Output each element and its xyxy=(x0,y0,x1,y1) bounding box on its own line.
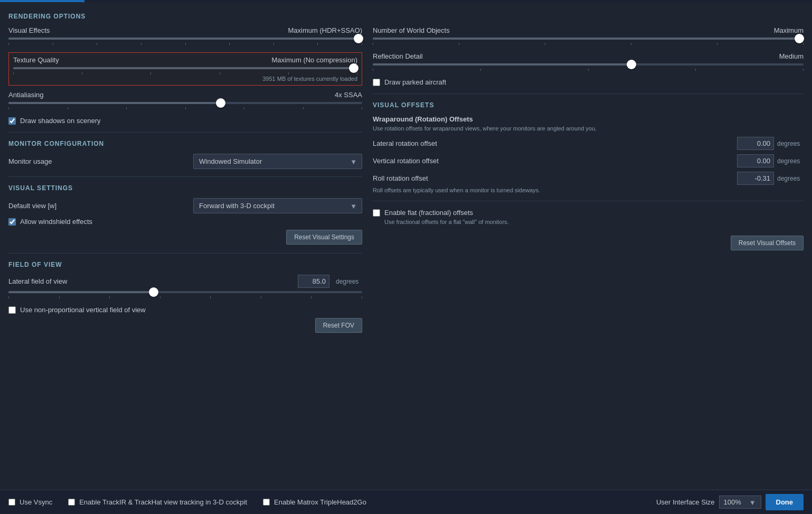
field-of-view-title: FIELD OF VIEW xyxy=(8,261,362,268)
reset-visual-settings-button[interactable]: Reset Visual Settings xyxy=(286,230,362,245)
visual-settings-section: Default view [w] Forward with 3-D cockpi… xyxy=(8,198,362,245)
world-objects-row: Number of World Objects Maximum xyxy=(373,26,804,45)
allow-windshield-label: Allow windshield effects xyxy=(20,218,92,226)
lateral-rotation-input[interactable] xyxy=(737,137,774,150)
rendering-options-title: RENDERING OPTIONS xyxy=(8,13,804,20)
lateral-fov-input[interactable] xyxy=(298,275,329,288)
draw-parked-aircraft-checkbox[interactable] xyxy=(373,79,380,86)
draw-parked-aircraft-row: Draw parked aircraft xyxy=(373,78,804,86)
flat-desc: Use fractional offsets for a flat "wall"… xyxy=(384,219,804,225)
wraparound-title: Wraparound (Rotation) Offsets xyxy=(373,115,804,123)
default-view-dropdown[interactable]: Forward with 3-D cockpit Forward with 2-… xyxy=(193,198,362,213)
lateral-fov-label: Lateral field of view xyxy=(8,277,67,285)
reset-fov-button[interactable]: Reset FOV xyxy=(315,318,362,333)
ui-size-section: User Interface Size 75% 100% 125% 150% ▼… xyxy=(656,494,804,510)
lateral-rotation-unit: degrees xyxy=(777,140,804,147)
reset-visual-offsets-button[interactable]: Reset Visual Offsets xyxy=(731,236,804,250)
antialiasing-label: Antialiasing xyxy=(8,91,44,99)
lateral-fov-unit: degrees xyxy=(336,278,362,285)
visual-effects-row: Visual Effects Maximum (HDR+SSAO) xyxy=(8,26,362,45)
visual-effects-value: Maximum (HDR+SSAO) xyxy=(288,26,363,34)
vertical-rotation-unit: degrees xyxy=(777,157,804,165)
allow-windshield-checkbox[interactable] xyxy=(8,218,16,226)
reflection-slider[interactable] xyxy=(373,63,804,66)
vertical-rotation-input[interactable] xyxy=(737,154,774,167)
roll-desc: Roll offsets are typically used when a m… xyxy=(373,187,804,193)
roll-rotation-unit: degrees xyxy=(777,175,804,182)
trackir-checkbox[interactable] xyxy=(68,499,75,506)
non-proportional-row: Use non-proportional vertical field of v… xyxy=(8,306,362,314)
texture-quality-value: Maximum (No compression) xyxy=(271,56,357,64)
vertical-rotation-row: Vertical rotation offset degrees xyxy=(373,154,804,167)
vertical-rotation-label: Vertical rotation offset xyxy=(373,157,439,165)
draw-shadows-label: Draw shadows on scenery xyxy=(20,117,100,125)
draw-shadows-checkbox[interactable] xyxy=(8,117,16,125)
wraparound-desc: Use rotation offsets for wraparound view… xyxy=(373,125,804,132)
visual-settings-title: VISUAL SETTINGS xyxy=(8,184,362,192)
right-column: Number of World Objects Maximum Reflecti… xyxy=(373,26,804,333)
monitor-usage-row: Monitor usage Windowed Simulator Full Sc… xyxy=(8,154,362,169)
texture-quality-slider[interactable] xyxy=(13,67,357,69)
roll-rotation-input[interactable] xyxy=(737,172,774,185)
texture-quality-label: Texture Quality xyxy=(13,56,59,64)
lateral-rotation-label: Lateral rotation offset xyxy=(373,139,437,147)
texture-quality-subtext: 3951 MB of textures currently loaded xyxy=(13,76,357,82)
draw-shadows-row: Draw shadows on scenery xyxy=(8,117,362,125)
lateral-rotation-row: Lateral rotation offset degrees xyxy=(373,137,804,150)
visual-effects-label: Visual Effects xyxy=(8,26,50,34)
visual-offsets-title: VISUAL OFFSETS xyxy=(373,101,804,109)
texture-quality-box: Texture Quality Maximum (No compression)… xyxy=(8,52,362,86)
ui-size-dropdown[interactable]: 75% 100% 125% 150% xyxy=(719,496,761,509)
trackir-row: Enable TrackIR & TrackHat view tracking … xyxy=(68,498,247,506)
allow-windshield-row: Allow windshield effects xyxy=(8,218,362,226)
matrox-label: Enable Matrox TripleHead2Go xyxy=(274,498,366,506)
vsync-checkbox[interactable] xyxy=(8,499,15,506)
lateral-fov-row: Lateral field of view degrees xyxy=(8,275,362,298)
main-content: RENDERING OPTIONS Visual Effects Maximum… xyxy=(0,2,812,365)
world-objects-slider[interactable] xyxy=(373,38,804,40)
monitor-config-title: MONITOR CONFIGURATION xyxy=(8,140,362,147)
done-button[interactable]: Done xyxy=(766,494,804,510)
left-column: Visual Effects Maximum (HDR+SSAO) Textur… xyxy=(8,26,362,333)
lateral-fov-slider[interactable] xyxy=(8,291,362,293)
trackir-label: Enable TrackIR & TrackHat view tracking … xyxy=(79,498,247,506)
monitor-usage-dropdown-wrapper: Windowed Simulator Full Screen External … xyxy=(193,154,362,169)
ui-size-label: User Interface Size xyxy=(656,498,715,506)
visual-effects-slider[interactable] xyxy=(8,38,362,40)
world-objects-value: Maximum xyxy=(774,26,804,34)
roll-rotation-row: Roll rotation offset degrees xyxy=(373,172,804,185)
monitor-usage-dropdown[interactable]: Windowed Simulator Full Screen External … xyxy=(193,154,362,169)
draw-parked-aircraft-label: Draw parked aircraft xyxy=(384,78,446,86)
enable-flat-checkbox[interactable] xyxy=(373,209,380,217)
world-objects-label: Number of World Objects xyxy=(373,26,450,34)
non-proportional-label: Use non-proportional vertical field of v… xyxy=(20,306,146,314)
default-view-dropdown-wrapper: Forward with 3-D cockpit Forward with 2-… xyxy=(193,198,362,213)
antialiasing-row: Antialiasing 4x SSAA xyxy=(8,91,362,109)
antialiasing-slider[interactable] xyxy=(8,102,362,104)
vsync-label: Use Vsync xyxy=(20,498,52,506)
reflection-row: Reflection Detail Medium xyxy=(373,52,804,71)
monitor-usage-label: Monitor usage xyxy=(8,157,52,165)
ui-size-dropdown-wrapper: 75% 100% 125% 150% ▼ xyxy=(719,496,761,509)
enable-flat-label: Enable flat (fractional) offsets xyxy=(384,209,473,217)
reflection-label: Reflection Detail xyxy=(373,52,423,60)
enable-flat-row: Enable flat (fractional) offsets xyxy=(373,209,804,217)
rendering-options-layout: Visual Effects Maximum (HDR+SSAO) Textur… xyxy=(8,26,804,333)
matrox-row: Enable Matrox TripleHead2Go xyxy=(263,498,366,506)
bottom-bar: Use Vsync Enable TrackIR & TrackHat view… xyxy=(0,490,812,514)
antialiasing-value: 4x SSAA xyxy=(335,91,362,99)
non-proportional-checkbox[interactable] xyxy=(8,306,16,314)
default-view-label: Default view [w] xyxy=(8,202,56,210)
default-view-row: Default view [w] Forward with 3-D cockpi… xyxy=(8,198,362,213)
reflection-value: Medium xyxy=(779,52,804,60)
matrox-checkbox[interactable] xyxy=(263,499,270,506)
roll-rotation-label: Roll rotation offset xyxy=(373,174,428,182)
vsync-row: Use Vsync xyxy=(8,498,52,506)
